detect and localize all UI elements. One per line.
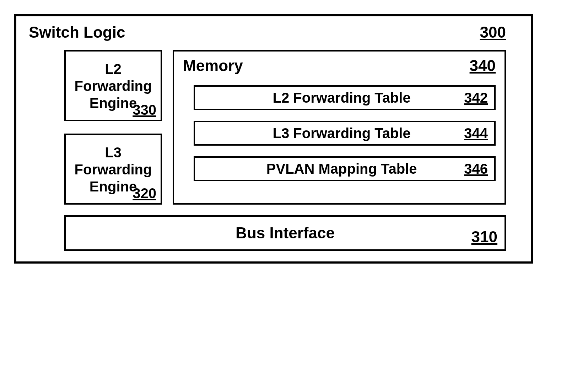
table-label: L2 Forwarding Table (201, 90, 464, 106)
l3-forwarding-engine-box: L3 Forwarding Engine 320 (64, 134, 162, 205)
switch-logic-block: Switch Logic 300 L2 Forwarding Engine 33… (14, 14, 533, 264)
table-ref: 342 (464, 90, 488, 106)
table-label: L3 Forwarding Table (201, 125, 464, 141)
bus-ref: 310 (471, 228, 497, 246)
pvlan-mapping-table-box: PVLAN Mapping Table 346 (194, 156, 496, 181)
engines-column: L2 Forwarding Engine 330 L3 Forwarding E… (64, 50, 162, 205)
memory-ref: 340 (470, 57, 496, 75)
content-row: L2 Forwarding Engine 330 L3 Forwarding E… (29, 50, 506, 205)
bus-label: Bus Interface (236, 224, 335, 242)
table-label: PVLAN Mapping Table (201, 161, 464, 177)
l2-forwarding-table-box: L2 Forwarding Table 342 (194, 85, 496, 110)
memory-block: Memory 340 L2 Forwarding Table 342 L3 Fo… (173, 50, 506, 205)
block-ref: 300 (480, 23, 506, 41)
table-ref: 344 (464, 125, 488, 141)
bus-interface-box: Bus Interface 310 (64, 215, 506, 251)
memory-title-row: Memory 340 (183, 57, 496, 75)
engine-ref: 330 (133, 102, 156, 118)
title-row: Switch Logic 300 (29, 23, 506, 41)
engine-ref: 320 (133, 185, 156, 201)
l2-forwarding-engine-box: L2 Forwarding Engine 330 (64, 50, 162, 121)
l3-forwarding-table-box: L3 Forwarding Table 344 (194, 121, 496, 146)
table-ref: 346 (464, 161, 488, 177)
memory-title: Memory (183, 57, 243, 75)
block-title: Switch Logic (29, 23, 125, 41)
tables-container: L2 Forwarding Table 342 L3 Forwarding Ta… (183, 85, 496, 181)
